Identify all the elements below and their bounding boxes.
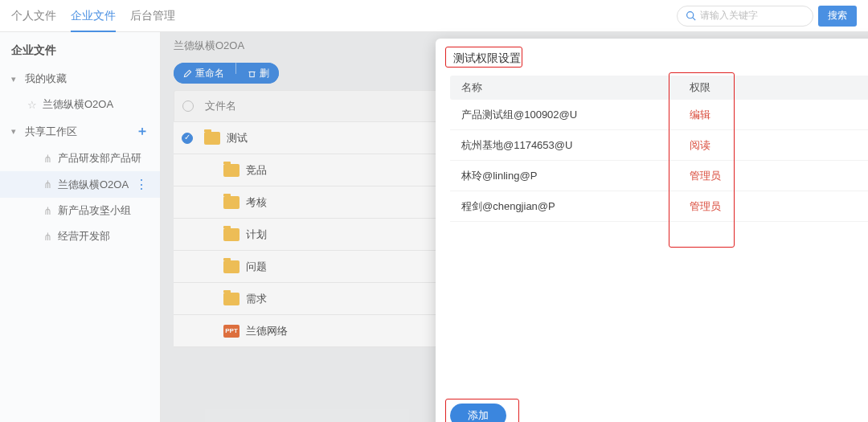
topbar: 个人文件 企业文件 后台管理 请输入关键字 搜索 — [0, 0, 868, 32]
sidebar-item-bizdev[interactable]: ⋔ 经营开发部 — [0, 223, 160, 249]
share-icon: ⋔ — [43, 153, 52, 165]
search-button[interactable]: 搜索 — [818, 6, 857, 27]
plus-icon[interactable]: ＋ — [136, 123, 149, 140]
caret-down-icon: ▾ — [11, 126, 19, 137]
add-button[interactable]: 添加 — [450, 404, 506, 422]
search-icon — [686, 10, 696, 21]
more-icon[interactable]: ⋮ — [135, 177, 149, 192]
caret-down-icon: ▾ — [11, 74, 19, 84]
main: 兰德纵横O2OA 重命名 删 ☰ ▦ 文件名 — [161, 32, 868, 422]
sidebar-item-label: 兰德纵横O2OA — [43, 97, 113, 112]
tab-personal[interactable]: 个人文件 — [11, 0, 56, 31]
top-tabs: 个人文件 企业文件 后台管理 — [11, 0, 175, 31]
perm-row[interactable]: 程剑@chengjian@P管理员 — [450, 191, 868, 222]
modal-footer: 添加 关闭 — [450, 404, 868, 422]
perm-role[interactable]: 阅读 — [683, 138, 868, 153]
tab-admin[interactable]: 后台管理 — [130, 0, 175, 31]
share-icon: ⋔ — [43, 178, 52, 191]
sidebar-item-label: 产品研发部产品研 — [58, 151, 141, 166]
perm-role[interactable]: 编辑 — [683, 108, 868, 122]
perm-name: 林玲@linling@P — [450, 169, 683, 183]
sidebar-group-shared[interactable]: ▾ 共享工作区 ＋ — [0, 117, 160, 145]
sidebar: 企业文件 ▾ 我的收藏 ☆ 兰德纵横O2OA ▾ 共享工作区 ＋ ⋔ 产品研发部… — [0, 32, 161, 422]
permission-modal: ✕ 测试权限设置 名称 权限 产品测试组@100902@U编辑杭州基地@1174… — [436, 39, 868, 422]
perm-row[interactable]: 林玲@linling@P管理员 — [450, 161, 868, 191]
modal-title: 测试权限设置 — [450, 50, 868, 68]
perm-row[interactable]: 杭州基地@1174653@U阅读 — [450, 130, 868, 161]
perm-header-name: 名称 — [450, 80, 683, 95]
sidebar-item-newprod[interactable]: ⋔ 新产品攻坚小组 — [0, 198, 160, 223]
perm-header: 名称 权限 — [450, 76, 868, 100]
sidebar-item-rd[interactable]: ⋔ 产品研发部产品研 — [0, 145, 160, 171]
svg-point-0 — [687, 12, 694, 18]
sidebar-item-label: 新产品攻坚小组 — [58, 203, 131, 218]
sidebar-item-label: 经营开发部 — [58, 229, 110, 244]
sidebar-group-label: 共享工作区 — [25, 125, 77, 139]
svg-line-1 — [693, 18, 695, 20]
sidebar-item-o2oa[interactable]: ⋔ 兰德纵横O2OA ⋮ — [0, 171, 160, 198]
perm-row[interactable]: 产品测试组@100902@U编辑 — [450, 100, 868, 130]
perm-role[interactable]: 管理员 — [683, 199, 868, 214]
tab-company[interactable]: 企业文件 — [71, 0, 116, 31]
sidebar-item-o2oa-fav[interactable]: ☆ 兰德纵横O2OA — [0, 92, 160, 117]
search-input[interactable]: 请输入关键字 — [677, 6, 813, 27]
perm-name: 产品测试组@100902@U — [450, 108, 683, 122]
perm-name: 程剑@chengjian@P — [450, 199, 683, 214]
sidebar-title: 企业文件 — [0, 39, 160, 66]
share-icon: ⋔ — [43, 231, 52, 243]
perm-name: 杭州基地@1174653@U — [450, 138, 683, 153]
share-icon: ⋔ — [43, 205, 52, 217]
sidebar-group-label: 我的收藏 — [25, 72, 67, 86]
top-right: 请输入关键字 搜索 — [677, 6, 857, 27]
sidebar-group-favorites[interactable]: ▾ 我的收藏 — [0, 66, 160, 92]
perm-role[interactable]: 管理员 — [683, 169, 868, 183]
sidebar-item-label: 兰德纵横O2OA — [58, 178, 129, 192]
perm-header-role: 权限 — [683, 80, 868, 95]
star-icon: ☆ — [27, 99, 37, 111]
search-placeholder: 请输入关键字 — [700, 9, 758, 23]
